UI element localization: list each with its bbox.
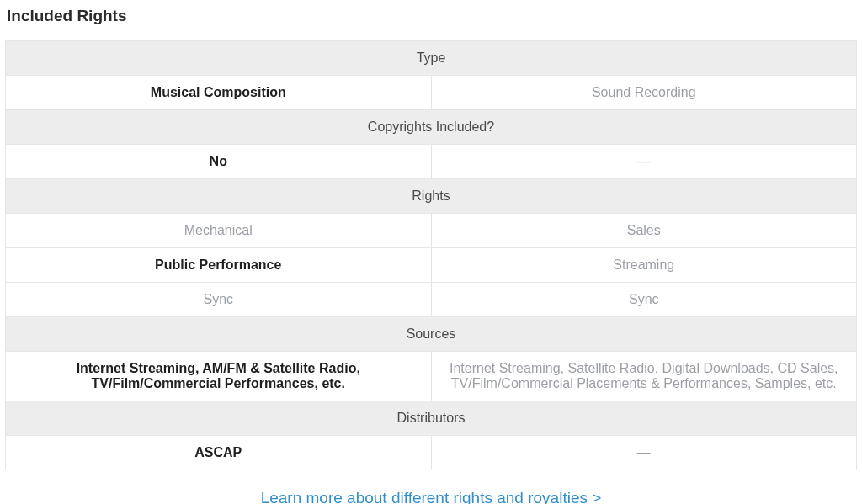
cell-right: Sync xyxy=(431,283,857,317)
learn-more-wrap: Learn more about different rights and ro… xyxy=(5,489,857,504)
cell-left: Internet Streaming, AM/FM & Satellite Ra… xyxy=(6,352,432,401)
group-header: Type xyxy=(6,41,857,76)
cell-right: — xyxy=(431,436,857,470)
cell-left: No xyxy=(6,145,432,179)
cell-right: Internet Streaming, Satellite Radio, Dig… xyxy=(431,352,857,401)
table-row: Mechanical Sales xyxy=(6,214,857,248)
cell-right: Sound Recording xyxy=(431,76,857,110)
table-row: Public Performance Streaming xyxy=(6,248,857,283)
included-rights-table: Type Musical Composition Sound Recording… xyxy=(5,40,857,470)
cell-right: — xyxy=(431,145,857,179)
group-header-row: Sources xyxy=(6,317,857,352)
cell-left: Mechanical xyxy=(6,214,432,248)
cell-left: Musical Composition xyxy=(6,76,432,110)
table-row: Internet Streaming, AM/FM & Satellite Ra… xyxy=(6,352,857,401)
table-row: Musical Composition Sound Recording xyxy=(6,76,857,110)
table-row: Sync Sync xyxy=(6,283,857,317)
cell-left: ASCAP xyxy=(6,436,432,470)
group-header: Copyrights Included? xyxy=(6,110,857,145)
group-header-row: Rights xyxy=(6,179,857,214)
table-row: ASCAP — xyxy=(6,436,857,470)
group-header-row: Type xyxy=(6,41,857,76)
group-header-row: Copyrights Included? xyxy=(6,110,857,145)
cell-left: Public Performance xyxy=(6,248,432,283)
cell-left: Sync xyxy=(6,283,432,317)
group-header: Sources xyxy=(6,317,857,352)
cell-right: Streaming xyxy=(431,248,857,283)
section-title: Included Rights xyxy=(7,7,857,25)
group-header: Distributors xyxy=(6,401,857,436)
table-row: No — xyxy=(6,145,857,179)
cell-right: Sales xyxy=(431,214,857,248)
learn-more-link[interactable]: Learn more about different rights and ro… xyxy=(261,489,602,504)
group-header-row: Distributors xyxy=(6,401,857,436)
group-header: Rights xyxy=(6,179,857,214)
